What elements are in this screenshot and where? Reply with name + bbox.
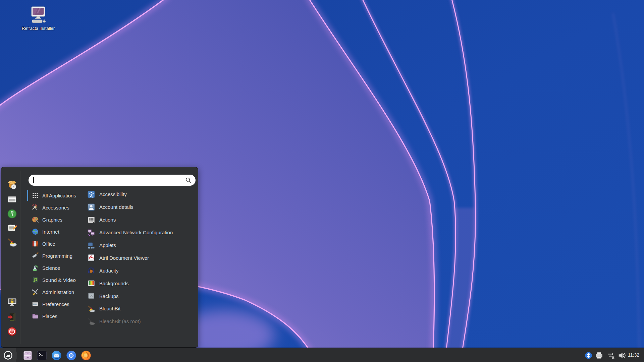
notes-icon — [7, 223, 17, 233]
category-all-applications[interactable]: All Applications — [27, 189, 86, 201]
category-administration[interactable]: Administration — [27, 286, 86, 298]
category-label: Graphics — [42, 217, 62, 223]
app-label: Audacity — [99, 268, 119, 274]
file-manager-icon — [22, 350, 33, 361]
printer-icon — [595, 351, 603, 360]
app-label: Actions — [99, 217, 116, 223]
network-offline-icon — [607, 351, 615, 360]
category-label: Programming — [42, 253, 72, 259]
app-backups[interactable]: Backups — [87, 290, 197, 302]
sidebar-divider — [20, 171, 20, 344]
desktop-icon-refracta-installer[interactable]: Refracta Installer — [19, 6, 57, 31]
app-label: Atril Document Viewer — [99, 255, 149, 261]
app-audacity[interactable]: Audacity — [87, 264, 197, 277]
shutdown-button[interactable] — [7, 326, 17, 337]
tray-printer[interactable] — [595, 351, 603, 360]
app-accessibility[interactable]: Accessibility — [87, 188, 197, 201]
category-programming[interactable]: Programming — [27, 250, 86, 262]
category-places[interactable]: Places — [27, 310, 86, 322]
selection-indicator — [27, 190, 28, 201]
launcher-thunderbird[interactable] — [50, 349, 62, 361]
firefox-icon — [80, 350, 92, 361]
category-label: Sound & Video — [42, 277, 76, 283]
thunderbird-icon — [51, 350, 62, 361]
category-label: All Applications — [42, 193, 76, 198]
application-list: Accessibility Account details Act — [87, 188, 197, 328]
app-applets[interactable]: Applets — [87, 239, 197, 252]
app-label: Advanced Network Configuration — [99, 230, 173, 235]
network-computers-icon — [87, 229, 95, 237]
grid-icon — [32, 192, 39, 199]
app-label: Backups — [99, 293, 119, 299]
category-preferences[interactable]: Preferences — [27, 298, 86, 310]
books-icon — [32, 240, 39, 247]
app-account-details[interactable]: Account details — [87, 201, 197, 214]
broom-icon — [87, 317, 95, 325]
category-sound-video[interactable]: Sound & Video — [27, 274, 86, 286]
category-label: Internet — [42, 229, 59, 235]
launcher-chromium[interactable] — [65, 349, 77, 361]
app-actions[interactable]: Actions — [87, 214, 197, 226]
app-bleachbit-as-root[interactable]: BleachBit (as root) — [87, 315, 197, 328]
category-internet[interactable]: Internet — [27, 226, 86, 238]
globe-icon — [32, 228, 39, 235]
app-label: Applets — [99, 242, 116, 248]
headphones-icon — [87, 266, 95, 275]
app-advanced-network-configuration[interactable]: Advanced Network Configuration — [87, 226, 197, 239]
category-graphics[interactable]: Graphics — [27, 214, 86, 226]
desktop-icon-label: Refracta Installer — [19, 26, 57, 31]
safe-icon — [87, 292, 95, 300]
accessibility-icon — [87, 190, 95, 198]
taskbar: 11:32 — [0, 348, 644, 362]
palette-icon — [32, 216, 39, 223]
lock-screen-icon — [7, 297, 17, 307]
category-label: Office — [42, 241, 55, 247]
power-icon — [7, 326, 17, 337]
text-editor-button[interactable] — [7, 223, 17, 233]
computer-monitor-icon — [30, 6, 47, 23]
picture-icon — [87, 279, 95, 287]
app-label: BleachBit — [99, 306, 120, 311]
tray-network-offline[interactable] — [607, 351, 615, 360]
search-input[interactable] — [35, 177, 185, 183]
launcher-firefox[interactable] — [80, 349, 92, 361]
app-label: BleachBit (as root) — [99, 318, 141, 324]
app-label: Backgrounds — [99, 281, 129, 286]
trowel-icon — [32, 252, 39, 259]
tray-bluetooth[interactable] — [584, 351, 593, 360]
user-icon — [87, 203, 95, 211]
flask-icon — [32, 264, 39, 272]
control-panel-button[interactable] — [7, 194, 17, 205]
tools-icon — [32, 288, 39, 296]
launcher-terminal[interactable] — [36, 349, 48, 361]
category-label: Administration — [42, 289, 74, 295]
app-bleachbit[interactable]: BleachBit — [87, 302, 197, 315]
category-label: Preferences — [42, 301, 69, 307]
broom-icon — [87, 305, 95, 313]
package-installer-icon — [7, 180, 17, 190]
cleaner-button[interactable] — [7, 237, 17, 248]
category-office[interactable]: Office — [27, 238, 86, 250]
scissors-icon — [32, 204, 39, 211]
taskbar-clock[interactable]: 11:32 — [625, 348, 643, 362]
app-atril-document-viewer[interactable]: Atril Document Viewer — [87, 251, 197, 264]
music-note-icon — [32, 276, 39, 284]
folder-icon — [32, 312, 39, 320]
launcher-file-manager[interactable] — [21, 349, 34, 361]
passwords-keys-button[interactable] — [7, 208, 17, 219]
package-installer-button[interactable] — [7, 180, 17, 190]
control-panel-icon — [7, 194, 17, 204]
category-list: All Applications Accessories Graphics — [27, 189, 86, 322]
distro-logo-icon — [3, 350, 13, 360]
settings-window-icon — [32, 300, 39, 308]
category-science[interactable]: Science — [27, 262, 86, 274]
log-out-button[interactable] — [7, 312, 17, 322]
bluetooth-icon — [585, 352, 592, 359]
applets-icon — [87, 241, 95, 249]
chromium-icon — [66, 350, 77, 361]
app-backgrounds[interactable]: Backgrounds — [87, 277, 197, 290]
application-menu: All Applications Accessories Graphics — [1, 167, 198, 348]
lock-screen-button[interactable] — [7, 297, 17, 308]
menu-button[interactable] — [0, 348, 16, 362]
category-accessories[interactable]: Accessories — [27, 201, 86, 214]
